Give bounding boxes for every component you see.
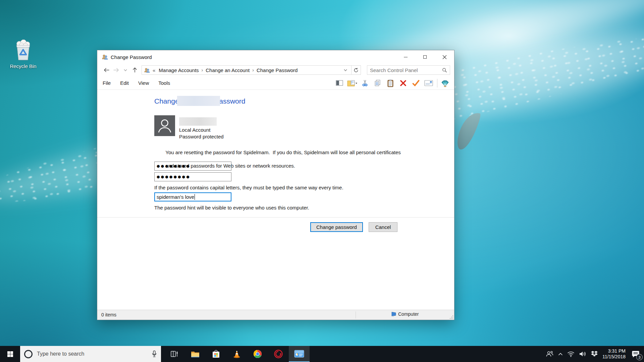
change-password-content: Changepassword Local Account Password pr… <box>97 90 454 310</box>
menu-view[interactable]: View <box>138 80 149 86</box>
computer-icon <box>391 312 396 317</box>
menu-edit[interactable]: Edit <box>120 80 129 86</box>
confirm-button[interactable] <box>411 79 421 87</box>
taskbar: 3:31 PM 11/15/2018 3 <box>0 346 644 362</box>
cut-button[interactable] <box>360 79 370 87</box>
recycle-bin-icon <box>13 40 33 61</box>
people-icon[interactable] <box>546 351 554 357</box>
email-button[interactable] <box>424 79 434 87</box>
cortana-icon[interactable] <box>24 350 33 358</box>
redacted-username <box>179 117 217 126</box>
new-password-field[interactable]: ●●●●●●●● <box>154 162 231 171</box>
close-button[interactable] <box>435 50 454 64</box>
start-button[interactable] <box>0 346 20 362</box>
menu-tools[interactable]: Tools <box>158 80 170 86</box>
show-hidden-icons-chevron[interactable] <box>558 353 563 356</box>
breadcrumb-separator[interactable]: › <box>201 67 204 73</box>
details-pane-toggle-button[interactable] <box>334 79 344 87</box>
refresh-button[interactable] <box>352 65 361 75</box>
back-button[interactable] <box>102 65 111 75</box>
hint-visibility-note: The password hint will be visible to eve… <box>154 205 309 210</box>
dropbox-icon[interactable] <box>591 351 598 357</box>
microsoft-store-button[interactable] <box>206 346 226 362</box>
copy-button[interactable] <box>373 79 383 87</box>
password-hint-value: spiderman's love <box>157 194 194 200</box>
paste-button[interactable] <box>385 79 395 87</box>
minimize-button[interactable] <box>396 50 415 64</box>
control-panel-search-box[interactable] <box>367 65 450 75</box>
window-titlebar[interactable]: Change Password <box>97 50 454 64</box>
forward-button[interactable] <box>111 65 121 75</box>
taskbar-clock[interactable]: 3:31 PM 11/15/2018 <box>602 348 626 360</box>
status-bar: 0 items Computer <box>97 310 454 320</box>
confirm-password-field[interactable]: ●●●●●●●● <box>154 172 231 181</box>
cancel-button[interactable]: Cancel <box>369 222 397 232</box>
up-button[interactable] <box>130 65 140 75</box>
breadcrumb-change-password[interactable]: Change Password <box>255 67 300 73</box>
account-type-label: Local Account <box>179 127 210 133</box>
items-count: 0 items <box>101 312 116 317</box>
folder-options-button[interactable] <box>347 79 357 87</box>
notification-count-badge: 3 <box>636 354 643 360</box>
navigation-bar: « Manage Accounts › Change an Account › … <box>97 64 454 76</box>
maximize-button[interactable] <box>415 50 435 64</box>
window-title: Change Password <box>111 54 396 60</box>
chrome-button[interactable] <box>247 346 268 362</box>
address-bar[interactable]: « Manage Accounts › Change an Account › … <box>142 65 352 75</box>
location-indicator: Computer <box>391 311 419 317</box>
page-title-word1: Change <box>154 97 179 105</box>
breadcrumb-manage-accounts[interactable]: Manage Accounts <box>157 67 201 73</box>
address-dropdown-chevron[interactable] <box>341 69 350 71</box>
user-accounts-app-button-active[interactable] <box>289 346 310 362</box>
capital-letters-note: If the password contains capital letters… <box>154 185 343 190</box>
content-divider <box>97 217 454 218</box>
recycle-bin-desktop-icon[interactable]: Recycle Bin <box>5 40 42 69</box>
resize-grip[interactable] <box>449 315 453 319</box>
confirm-password-dots: ●●●●●●●● <box>157 175 191 179</box>
volume-icon[interactable] <box>579 351 586 357</box>
action-center-button[interactable]: 3 <box>630 348 641 360</box>
account-protection-label: Password protected <box>179 134 224 139</box>
breadcrumb-location-icon <box>144 67 150 73</box>
desktop: Recycle Bin Change Password <box>0 0 644 362</box>
maximize-icon <box>423 55 427 59</box>
menu-bar: File Edit View Tools <box>97 76 454 90</box>
change-password-button[interactable]: Change password <box>310 222 363 232</box>
classic-shell-button[interactable] <box>440 79 450 87</box>
recent-locations-chevron[interactable] <box>121 65 130 75</box>
delete-button[interactable] <box>398 79 408 87</box>
minimize-icon <box>404 57 408 57</box>
close-icon <box>442 55 447 59</box>
user-avatar <box>154 115 175 136</box>
new-password-dots: ●●●●●●●● <box>157 164 191 168</box>
password-hint-field[interactable]: spiderman's love <box>154 192 231 201</box>
reset-warning-line1: You are resetting the password for Spide… <box>165 149 400 155</box>
wifi-icon[interactable] <box>567 351 575 357</box>
red-utility-app-button[interactable] <box>268 346 289 362</box>
toolbar-separator <box>437 79 437 87</box>
vlc-button[interactable] <box>226 346 247 362</box>
text-caret <box>195 194 195 200</box>
file-explorer-button[interactable] <box>185 346 206 362</box>
system-tray: 3:31 PM 11/15/2018 3 <box>546 346 644 362</box>
breadcrumb-overflow-chevron[interactable]: « <box>151 67 157 73</box>
clock-time: 3:31 PM <box>602 348 626 354</box>
location-label: Computer <box>398 311 419 317</box>
taskbar-search-input[interactable] <box>37 351 152 357</box>
breadcrumb-change-an-account[interactable]: Change an Account <box>204 67 252 73</box>
reset-warning-text: You are resetting the password for Spide… <box>154 142 401 176</box>
windows-logo-icon <box>7 351 13 357</box>
task-view-button[interactable] <box>164 346 185 362</box>
microphone-icon[interactable] <box>152 350 157 358</box>
clock-date: 11/15/2018 <box>602 354 626 360</box>
statusbar-divider <box>356 311 356 318</box>
change-password-window: Change Password <box>97 50 454 320</box>
taskbar-app-icons <box>164 346 310 362</box>
user-accounts-window-icon <box>102 54 108 60</box>
search-icon[interactable] <box>442 68 447 73</box>
menu-file[interactable]: File <box>103 80 111 86</box>
recycle-bin-label: Recycle Bin <box>5 63 42 69</box>
breadcrumb-separator[interactable]: › <box>252 67 255 73</box>
control-panel-search-input[interactable] <box>370 67 442 73</box>
taskbar-search-box[interactable] <box>20 346 161 362</box>
